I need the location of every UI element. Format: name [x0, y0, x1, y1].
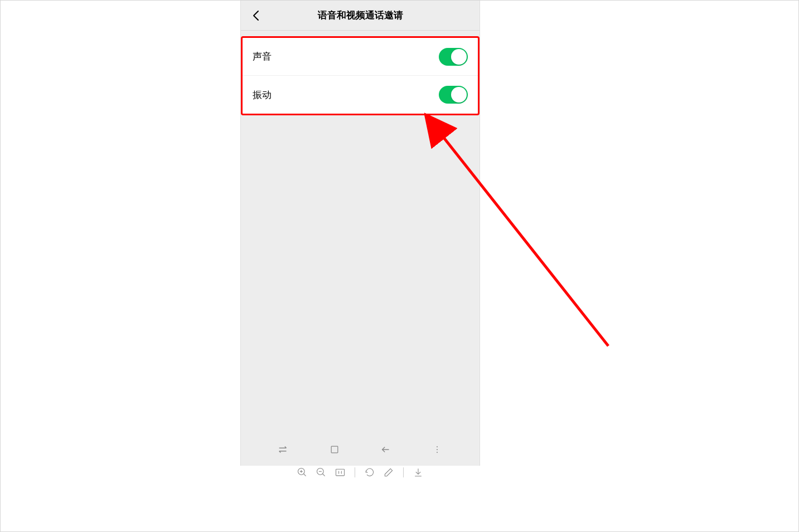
rotate-icon [364, 467, 375, 478]
settings-label: 振动 [253, 89, 272, 101]
svg-rect-0 [331, 446, 338, 453]
phone-screen: 语音和视频通话邀请 声音 振动 [240, 1, 480, 466]
back-button[interactable] [248, 7, 264, 24]
zoom-out-button[interactable] [314, 466, 328, 479]
settings-label: 声音 [253, 50, 272, 63]
phone-header: 语音和视频通话邀请 [241, 1, 480, 31]
editor-toolbar [240, 463, 480, 481]
toggle-knob [451, 49, 467, 65]
nav-menu-button[interactable] [426, 438, 448, 461]
outer-frame: 语音和视频通话邀请 声音 振动 [0, 0, 799, 532]
svg-point-2 [437, 449, 438, 450]
toolbar-divider [355, 467, 355, 477]
nav-swap-button[interactable] [272, 438, 294, 461]
square-icon [329, 444, 340, 455]
arrow-left-icon [380, 443, 392, 456]
chevron-left-icon [253, 10, 259, 21]
settings-row-vibrate: 振动 [243, 76, 478, 114]
toggle-knob [451, 87, 467, 103]
menu-dots-icon [432, 444, 443, 455]
toolbar-divider [403, 467, 404, 477]
one-to-one-icon [335, 467, 346, 478]
swap-icon [277, 443, 289, 456]
svg-point-1 [437, 446, 438, 447]
pencil-icon [383, 467, 394, 478]
zoom-in-icon [297, 467, 308, 478]
zoom-in-button[interactable] [296, 466, 309, 479]
settings-group-highlighted: 声音 振动 [241, 36, 480, 115]
page-title: 语音和视频通话邀请 [241, 9, 480, 22]
vibrate-toggle[interactable] [439, 86, 468, 104]
edit-button[interactable] [382, 466, 395, 479]
download-icon [413, 467, 424, 478]
nav-back-button[interactable] [375, 438, 397, 461]
zoom-out-icon [316, 467, 327, 478]
svg-rect-6 [336, 469, 345, 476]
phone-navigation-bar [241, 433, 480, 466]
settings-row-sound: 声音 [243, 38, 478, 76]
rotate-button[interactable] [363, 466, 376, 479]
download-button[interactable] [411, 466, 425, 479]
nav-recent-button[interactable] [323, 438, 346, 461]
sound-toggle[interactable] [439, 48, 468, 66]
svg-point-3 [437, 452, 438, 453]
actual-size-button[interactable] [333, 466, 347, 479]
